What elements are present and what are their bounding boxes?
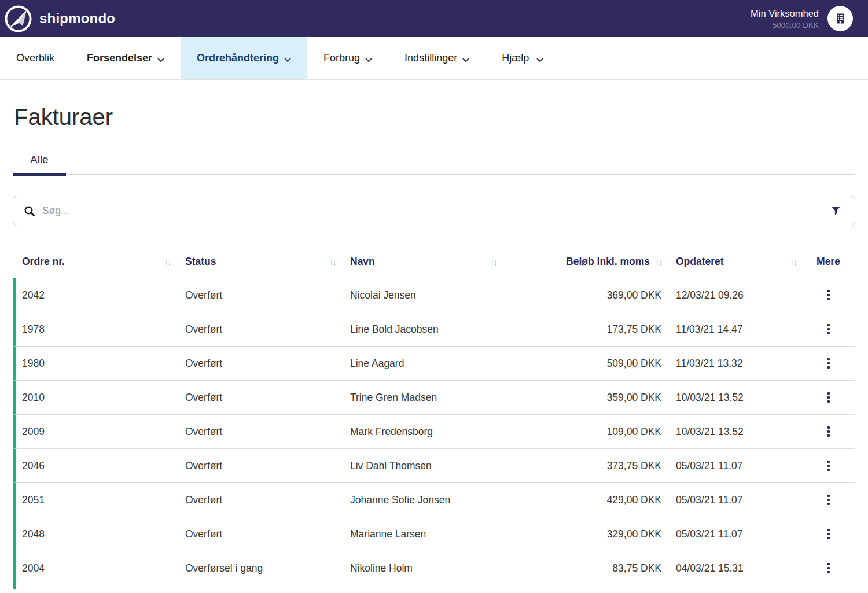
nav-item-forsendelser[interactable]: Forsendelser bbox=[71, 37, 181, 79]
cell-order-number: 2010 bbox=[16, 392, 176, 404]
row-menu-kebab-icon[interactable] bbox=[822, 423, 836, 440]
cell-status: Overført bbox=[176, 460, 341, 472]
cell-updated: 10/03/21 13.52 bbox=[667, 426, 801, 438]
column-header-order[interactable]: Ordre nr. ↑↓ bbox=[13, 256, 176, 268]
column-label: Opdateret bbox=[676, 256, 724, 268]
building-icon bbox=[833, 12, 847, 25]
column-label: Beløb inkl. moms bbox=[566, 256, 650, 268]
chevron-down-icon bbox=[284, 53, 291, 65]
table-header-row: Ordre nr. ↑↓ Status ↑↓ Navn ↑↓ Beløb ink… bbox=[13, 245, 855, 278]
row-menu-kebab-icon[interactable] bbox=[822, 355, 836, 372]
cell-amount: 509,00 DKK bbox=[502, 358, 667, 370]
nav-item-forbrug[interactable]: Forbrug bbox=[307, 37, 388, 79]
nav-label: Indstillinger bbox=[404, 52, 457, 64]
cell-more bbox=[801, 286, 855, 304]
cell-name: Line Aagard bbox=[341, 358, 502, 370]
cell-order-number: 2004 bbox=[16, 562, 176, 574]
nav-label: Forbrug bbox=[323, 52, 360, 64]
cell-status: Overført bbox=[176, 392, 341, 404]
table-row[interactable]: 1980OverførtLine Aagard509,00 DKK11/03/2… bbox=[13, 347, 855, 381]
cell-order-number: 2042 bbox=[16, 289, 176, 301]
nav-label: Ordrehåndtering bbox=[197, 52, 279, 64]
table-row[interactable]: 2010OverførtTrine Gren Madsen359,00 DKK1… bbox=[13, 381, 855, 415]
cell-order-number: 2051 bbox=[16, 494, 176, 506]
cell-updated: 04/03/21 15.31 bbox=[667, 562, 801, 574]
column-label: Mere bbox=[816, 256, 840, 268]
row-menu-kebab-icon[interactable] bbox=[822, 525, 836, 543]
cell-updated: 12/03/21 09.26 bbox=[667, 289, 801, 301]
sort-arrows-icon[interactable]: ↑↓ bbox=[490, 257, 496, 267]
sort-arrows-icon[interactable]: ↑↓ bbox=[655, 257, 661, 267]
table-row[interactable]: 2048OverførtMarianne Larsen329,00 DKK05/… bbox=[13, 517, 855, 551]
cell-name: Liv Dahl Thomsen bbox=[341, 460, 502, 472]
cell-order-number: 2048 bbox=[16, 528, 176, 540]
table-row[interactable]: 2042OverførtNicolai Jensen369,00 DKK12/0… bbox=[13, 278, 855, 312]
chevron-down-icon bbox=[365, 53, 372, 65]
cell-more bbox=[801, 355, 855, 372]
column-header-updated[interactable]: Opdateret ↑↓ bbox=[667, 256, 801, 268]
avatar[interactable] bbox=[827, 6, 853, 31]
row-menu-kebab-icon[interactable] bbox=[822, 389, 836, 406]
nav-item-indstillinger[interactable]: Indstillinger bbox=[388, 37, 486, 79]
table-row[interactable]: 2051OverførtJohanne Sofie Jonsen429,00 D… bbox=[13, 483, 855, 517]
row-menu-kebab-icon[interactable] bbox=[822, 491, 836, 509]
cell-amount: 369,00 DKK bbox=[502, 289, 667, 301]
cell-order-number: 1980 bbox=[16, 358, 176, 370]
cell-updated: 10/03/21 13.52 bbox=[667, 392, 801, 404]
cell-updated: 05/03/21 11.07 bbox=[667, 528, 801, 540]
cell-status: Overført bbox=[176, 494, 341, 506]
cell-amount: 329,00 DKK bbox=[502, 528, 667, 540]
topbar: shipmondo Min Virksomhed 5000,00 DKK bbox=[0, 0, 868, 37]
column-header-amount[interactable]: Beløb inkl. moms ↑↓ bbox=[502, 256, 667, 268]
table-row[interactable]: 2004Overførsel i gangNikoline Holm83,75 … bbox=[13, 551, 855, 585]
nav-label: Overblik bbox=[16, 52, 54, 64]
table-row[interactable]: 1978OverførtLine Bold Jacobsen173,75 DKK… bbox=[13, 312, 855, 347]
sort-arrows-icon[interactable]: ↑↓ bbox=[329, 257, 336, 267]
nav-item-hjaelp[interactable]: Hjælp bbox=[486, 37, 560, 79]
cell-order-number: 1978 bbox=[16, 323, 176, 336]
sort-arrows-icon[interactable]: ↑↓ bbox=[164, 257, 171, 267]
nav-item-overblik[interactable]: Overblik bbox=[0, 37, 71, 79]
table-row[interactable]: 2009OverførtMark Fredensborg109,00 DKK10… bbox=[13, 415, 855, 449]
cell-amount: 83,75 DKK bbox=[502, 562, 667, 574]
column-label: Status bbox=[185, 256, 216, 268]
chevron-down-icon bbox=[462, 53, 469, 65]
invoice-table: Ordre nr. ↑↓ Status ↑↓ Navn ↑↓ Beløb ink… bbox=[13, 245, 855, 589]
column-header-status[interactable]: Status ↑↓ bbox=[176, 256, 341, 268]
brand-logo[interactable]: shipmondo bbox=[5, 5, 115, 32]
cell-amount: 173,75 DKK bbox=[502, 323, 667, 336]
sort-arrows-icon[interactable]: ↑↓ bbox=[790, 257, 796, 267]
row-menu-kebab-icon[interactable] bbox=[822, 559, 836, 577]
cell-amount: 373,75 DKK bbox=[502, 460, 667, 472]
nav-label: Forsendelser bbox=[87, 52, 152, 64]
row-menu-kebab-icon[interactable] bbox=[822, 286, 836, 304]
chevron-down-icon bbox=[536, 53, 543, 65]
cell-status: Overført bbox=[176, 323, 341, 336]
filter-funnel-icon bbox=[831, 206, 841, 216]
cell-amount: 109,00 DKK bbox=[502, 426, 667, 438]
nav-label: Hjælp bbox=[502, 52, 529, 64]
chevron-down-icon bbox=[157, 53, 164, 65]
column-header-name[interactable]: Navn ↑↓ bbox=[341, 256, 502, 268]
main-nav: Overblik Forsendelser Ordrehåndtering Fo… bbox=[0, 37, 868, 80]
cell-updated: 05/03/21 11.07 bbox=[667, 494, 801, 506]
cell-amount: 359,00 DKK bbox=[502, 392, 667, 404]
table-row-partial bbox=[13, 585, 855, 589]
account-balance: 5000,00 DKK bbox=[751, 21, 819, 30]
tab-alle[interactable]: Alle bbox=[13, 153, 66, 176]
tab-bar: Alle bbox=[13, 153, 855, 175]
cell-name: Line Bold Jacobsen bbox=[341, 323, 502, 336]
cell-status: Overført bbox=[176, 289, 341, 301]
nav-item-ordrehaandtering[interactable]: Ordrehåndtering bbox=[181, 37, 307, 79]
search-input[interactable] bbox=[42, 205, 822, 217]
cell-status: Overført bbox=[176, 426, 341, 438]
table-row[interactable]: 2046OverførtLiv Dahl Thomsen373,75 DKK05… bbox=[13, 449, 855, 483]
cell-more bbox=[801, 491, 855, 509]
column-label: Ordre nr. bbox=[22, 256, 65, 268]
row-menu-kebab-icon[interactable] bbox=[822, 457, 836, 474]
cell-order-number: 2046 bbox=[16, 460, 176, 472]
row-menu-kebab-icon[interactable] bbox=[822, 321, 836, 338]
filter-button[interactable] bbox=[829, 204, 843, 218]
account-menu[interactable]: Min Virksomhed 5000,00 DKK bbox=[751, 6, 853, 31]
paper-plane-logo-icon bbox=[5, 5, 32, 32]
